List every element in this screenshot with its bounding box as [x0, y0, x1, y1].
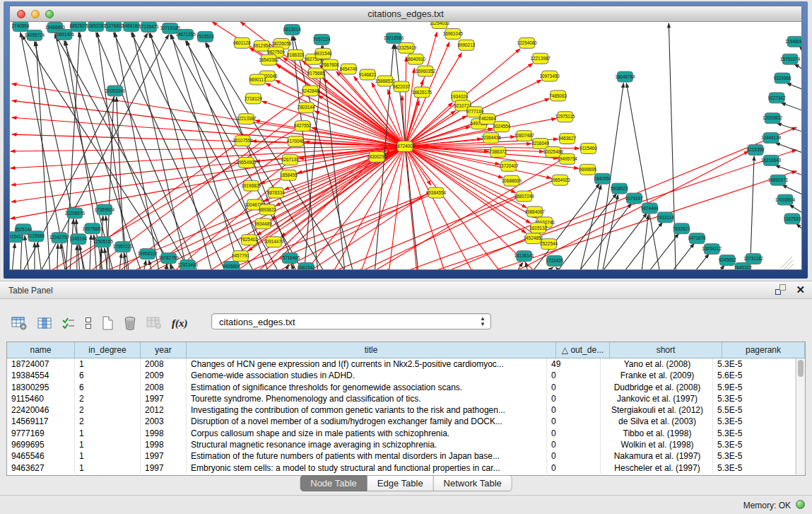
graph-node[interactable]: 16782759: [158, 253, 179, 264]
column-header-in_degree[interactable]: in_degree: [75, 342, 141, 358]
graph-node[interactable]: 1858455: [280, 170, 298, 180]
row-height-button[interactable]: [85, 315, 92, 332]
select-columns-button[interactable]: [62, 315, 75, 332]
graph-node[interactable]: 18107554: [233, 136, 253, 146]
minimize-window-icon[interactable]: [31, 10, 40, 18]
graph-node[interactable]: 17016504: [775, 194, 796, 205]
graph-node[interactable]: 2803144: [298, 103, 315, 113]
graph-node[interactable]: 1115688: [28, 231, 45, 242]
graph-node[interactable]: 18626175: [412, 87, 433, 98]
table-row[interactable]: 2242004622012Investigating the contribut…: [7, 404, 796, 416]
show-columns-button[interactable]: [37, 315, 52, 332]
graph-node[interactable]: 13720407: [499, 160, 519, 171]
graph-node[interactable]: 9406804: [223, 262, 240, 269]
graph-node[interactable]: 6466160: [122, 22, 140, 31]
graph-node[interactable]: 14671355: [175, 29, 196, 40]
graph-node[interactable]: 16960352: [416, 66, 436, 76]
graph-node[interactable]: 19384554: [426, 187, 447, 198]
graph-node[interactable]: 20206576: [65, 208, 86, 218]
graph-node[interactable]: 7625402: [240, 235, 258, 245]
graph-node[interactable]: 11254033: [430, 22, 449, 28]
graph-node[interactable]: 14055724: [25, 30, 45, 40]
graph-node[interactable]: 8215358: [747, 145, 765, 156]
graph-node[interactable]: 19654903: [236, 157, 257, 168]
graph-node[interactable]: 19884067: [524, 206, 545, 217]
graph-node[interactable]: 19892971: [768, 175, 789, 185]
graph-node[interactable]: 19196829: [241, 180, 261, 191]
table-row[interactable]: 1456911722003Disruption of a novel membe…: [7, 416, 796, 427]
graph-node[interactable]: 9146821: [359, 69, 377, 80]
graph-node[interactable]: 8471676: [688, 233, 706, 244]
graph-node[interactable]: 20053346: [105, 86, 126, 96]
table-scrollbar[interactable]: [796, 358, 805, 475]
graph-node[interactable]: 11548084: [785, 36, 801, 47]
table-row[interactable]: 969969511998Structural magnetic resonanc…: [7, 439, 796, 450]
graph-node[interactable]: 19975887: [83, 223, 103, 234]
tab-node-table[interactable]: Node Table: [300, 475, 367, 491]
graph-node[interactable]: 10688609: [502, 175, 522, 186]
graph-node[interactable]: 10914479: [264, 237, 284, 247]
graph-node[interactable]: 12042757: [49, 233, 70, 243]
graph-node[interactable]: 9457791: [232, 251, 249, 262]
table-row[interactable]: 1872400712008Changes of HCN gene express…: [7, 358, 796, 370]
tab-edge-table[interactable]: Edge Table: [367, 475, 434, 491]
graph-node[interactable]: 8601128: [233, 37, 251, 48]
graph-node[interactable]: 9463627: [558, 134, 576, 144]
graph-node[interactable]: 10654112: [702, 244, 722, 255]
graph-node[interactable]: 16210643: [761, 155, 782, 165]
column-header-name[interactable]: name: [7, 342, 75, 358]
column-header-title[interactable]: title: [187, 342, 556, 358]
graph-node[interactable]: 7386372: [489, 146, 507, 157]
graph-node[interactable]: 16648784: [615, 71, 635, 82]
graph-node[interactable]: 17359924: [95, 204, 115, 215]
column-header-out_degree[interactable]: △ out_de...: [556, 342, 610, 358]
graph-node[interactable]: 9175685: [307, 68, 325, 78]
column-header-short[interactable]: short: [610, 342, 722, 358]
graph-node[interactable]: 8813014: [283, 24, 301, 35]
graph-node[interactable]: 12505155: [93, 237, 114, 247]
graph-node[interactable]: 17135471: [139, 22, 159, 32]
new-column-button[interactable]: [102, 315, 114, 332]
graph-node[interactable]: 9242848: [302, 86, 319, 96]
column-header-pagerank[interactable]: pagerank: [722, 342, 805, 358]
graph-node[interactable]: 12093832: [763, 113, 783, 124]
graph-node[interactable]: 1167533: [784, 214, 801, 224]
network-window-titlebar[interactable]: citations_edges.txt: [10, 6, 801, 22]
scrollbar-thumb[interactable]: [798, 360, 804, 377]
graph-node[interactable]: 12254080: [517, 37, 538, 48]
graph-node[interactable]: 9893822: [259, 204, 276, 215]
graph-node[interactable]: 19958107: [137, 249, 158, 259]
graph-node[interactable]: 7485063: [549, 90, 567, 101]
resize-grip-icon[interactable]: [784, 260, 793, 269]
graph-node[interactable]: 15276802: [104, 22, 124, 31]
graph-node[interactable]: 8186328: [287, 49, 305, 60]
graph-node[interactable]: 2522544: [540, 239, 558, 250]
graph-node[interactable]: 2667608: [322, 59, 339, 70]
graph-node[interactable]: 9822037: [393, 81, 411, 92]
graph-node[interactable]: 12923468: [177, 260, 198, 269]
graph-node[interactable]: 12975115: [555, 112, 575, 122]
graph-node[interactable]: 17957223: [113, 242, 134, 252]
table-row[interactable]: 977716911998Corpus callosum shape and si…: [7, 428, 796, 439]
graph-node[interactable]: 9227342: [768, 93, 786, 103]
graph-node[interactable]: 18640910: [406, 54, 426, 64]
graph-node[interactable]: 5938923: [611, 183, 628, 194]
function-builder-button[interactable]: f(x): [172, 315, 188, 332]
graph-node[interactable]: 9474444: [641, 203, 659, 214]
table-row[interactable]: 1938455462009Genome-wide association stu…: [7, 370, 796, 381]
graph-node[interactable]: 8661542: [298, 263, 315, 269]
graph-node[interactable]: 2740554: [12, 22, 30, 31]
graph-node[interactable]: 10973493: [539, 71, 560, 81]
graph-node[interactable]: 18807249: [514, 191, 535, 201]
graph-node[interactable]: 16961045: [443, 28, 464, 39]
graph-node[interactable]: 3915413: [10, 232, 24, 243]
graph-node[interactable]: 7632621: [673, 223, 690, 234]
table-row[interactable]: 946362711997Embryonic stem cells: a mode…: [7, 462, 796, 474]
tab-network-table[interactable]: Network Table: [434, 475, 512, 491]
graph-node[interactable]: 18300295: [367, 151, 387, 162]
network-canvas[interactable]: 1872400786011288912954182260589827509165…: [10, 22, 801, 269]
graph-node[interactable]: 9831546: [314, 48, 332, 59]
graph-node[interactable]: 19218586: [384, 33, 404, 43]
graph-node[interactable]: 15751074: [780, 54, 801, 64]
graph-node[interactable]: 6179197: [625, 193, 643, 204]
